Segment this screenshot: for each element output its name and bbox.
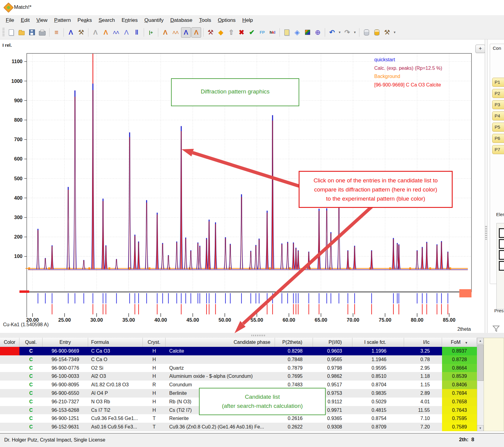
dropdown-arrow-icon[interactable]: ▼ [338, 28, 342, 37]
column-header-cryst[interactable]: Cryst. [143, 338, 166, 347]
cell-qual: C [19, 347, 43, 355]
select-entry-icon[interactable]: ✔ [247, 27, 257, 38]
menu-item-view[interactable]: View [33, 16, 51, 25]
menu-item-peaks[interactable]: Peaks [74, 16, 95, 25]
menu-item-quantify[interactable]: Quantify [141, 16, 167, 25]
phase-button-p3[interactable]: P3 [492, 100, 504, 109]
element-checkbox[interactable] [499, 261, 504, 271]
menu-item-edit[interactable]: Edit [17, 16, 33, 25]
vertical-splitter-handle[interactable] [485, 226, 487, 241]
structure-icon[interactable] [303, 27, 312, 38]
peak-search-icon[interactable]: Λ [66, 27, 76, 38]
dropdown-arrow-icon[interactable]: ▼ [393, 28, 397, 37]
tools-icon[interactable]: ⚒ [382, 27, 392, 38]
column-header-formula[interactable]: Formula [88, 338, 143, 347]
pattern-view-2-icon[interactable]: ΛΛ [171, 27, 180, 38]
database-icon[interactable] [362, 27, 371, 38]
cell-entry: 96-900-6550 [43, 389, 88, 398]
column-header-iscale[interactable]: I scale fct. [352, 338, 404, 347]
raw-data-icon[interactable]: Λ [91, 27, 100, 38]
phase-button-p2[interactable]: P2 [492, 89, 504, 98]
background-icon[interactable]: Λ [101, 27, 111, 38]
menu-item-options[interactable]: Options [214, 16, 239, 25]
element-checkbox[interactable] [499, 239, 504, 249]
report-icon[interactable] [282, 27, 292, 38]
save-icon[interactable] [27, 27, 37, 38]
zoom-plus-button[interactable]: + [475, 45, 485, 53]
annotation-candidate-hint: Click on one of the entries in the candi… [299, 171, 453, 208]
redo-icon[interactable]: ↷ [342, 27, 352, 38]
license-status-text: Dr. Holger Putz, Crystal Impact, Single … [4, 437, 105, 443]
cell-color [0, 364, 19, 372]
menu-item-entries[interactable]: Entries [118, 16, 141, 25]
user-database-icon[interactable] [372, 27, 382, 38]
add-peak-icon[interactable]: |+ [146, 27, 156, 38]
column-header-qual[interactable]: Qual. [19, 338, 43, 347]
match-diamond-icon[interactable]: ◆ [216, 27, 226, 38]
toolbar-grip[interactable] [2, 28, 5, 37]
cell-qual: C [19, 423, 43, 431]
phase-button-p1[interactable]: P1 [492, 78, 504, 87]
dropdown-arrow-icon[interactable]: ▼ [353, 28, 357, 37]
table-row-96-152-9631[interactable]: C96-152-9631As0.16 Cu9.56 Fe3...TCu9.36 … [0, 423, 477, 431]
peak-edit-icon[interactable]: ⚒ [76, 27, 86, 38]
cell-fom: 0.7595 [442, 414, 477, 423]
promote-icon[interactable]: ⇧ [226, 27, 236, 38]
column-header-phase[interactable]: Candidate phase [166, 338, 275, 347]
cell-p2theta: 0.7879 [275, 364, 313, 372]
cell-formula: C Ca O [88, 355, 143, 364]
menu-item-pattern[interactable]: Pattern [51, 16, 74, 25]
cell-qual: C [19, 355, 43, 364]
sphere-icon[interactable]: ⊕ [313, 27, 323, 38]
phase-button-p4[interactable]: P4 [492, 111, 504, 120]
column-header-color[interactable]: Color [0, 338, 19, 347]
horizontal-splitter-handle[interactable] [252, 335, 266, 336]
filter-funnel-icon[interactable] [492, 325, 500, 333]
search-settings-icon[interactable]: ⚒ [206, 27, 215, 38]
scroll-up-button[interactable]: ▲ [477, 338, 484, 344]
column-header-iic[interactable]: I/Ic [404, 338, 442, 347]
undo-icon[interactable]: ↶ [327, 27, 337, 38]
element-checkbox[interactable] [499, 228, 504, 238]
fp-icon[interactable]: FP [257, 27, 267, 38]
menu-item-help[interactable]: Help [239, 16, 256, 25]
phase-button-p7[interactable]: P7 [492, 145, 504, 154]
column-header-p2theta[interactable]: P(2theta) [275, 338, 313, 347]
new-file-icon[interactable] [6, 27, 16, 38]
cell-formula: Al1.82 Cr0.18 O3 [88, 381, 143, 389]
pattern-view-3-icon[interactable]: Λ [181, 27, 191, 38]
crystal-icon[interactable]: ◈ [292, 27, 302, 38]
column-header-pii0[interactable]: P(I/I0) [313, 338, 352, 347]
column-header-fom[interactable]: FoM▼ [442, 338, 477, 347]
cell-p2theta: 0.7848 [275, 355, 313, 364]
menu-item-file[interactable]: File [2, 16, 17, 25]
intensities-icon[interactable]: ‖ [132, 27, 142, 38]
print-icon[interactable] [37, 27, 47, 38]
table-row-96-100-0033[interactable]: C96-100-0033Al2 O3HAluminium oxide - $-a… [0, 372, 477, 381]
delete-entry-icon[interactable]: ✖ [237, 27, 246, 38]
cell-fom: 0.7694 [442, 389, 477, 398]
peak-list-icon[interactable]: ≡ [52, 27, 61, 38]
table-row-96-154-7349[interactable]: C96-154-7349C Ca OH0.78480.95651.19460.7… [0, 355, 477, 364]
scroll-down-button[interactable]: ▼ [477, 425, 484, 431]
cell-entry: 96-154-7349 [43, 355, 88, 364]
pattern-view-4-icon[interactable]: Λ [191, 27, 201, 38]
table-row-96-900-0776[interactable]: C96-900-0776O2 SiHQuartz0.78790.97980.95… [0, 364, 477, 372]
window-title: Match!* [14, 4, 32, 10]
menu-item-search[interactable]: Search [95, 16, 118, 25]
menu-item-tools[interactable]: Tools [196, 16, 214, 25]
scrollbar-thumb[interactable] [478, 344, 484, 381]
open-file-icon[interactable] [17, 27, 26, 38]
menu-item-database[interactable]: Database [167, 16, 196, 25]
table-row-96-900-9669[interactable]: C96-900-9669C Ca O3HCalcite0.82980.96031… [0, 347, 477, 355]
phase-button-p6[interactable]: P6 [492, 134, 504, 143]
pattern-view-1-icon[interactable]: Λ [160, 27, 170, 38]
sort-indicator-icon: ▼ [465, 341, 468, 344]
column-header-entry[interactable]: Entry [43, 338, 88, 347]
phase-button-p5[interactable]: P5 [492, 123, 504, 132]
minor-peaks-icon[interactable]: Λ [122, 27, 131, 38]
profile-fit-icon[interactable]: ΛΛ [111, 27, 121, 38]
hkl-icon[interactable]: hkl [268, 27, 277, 38]
table-row-96-900-1251[interactable]: C96-900-1251Cu9.36 Fe3.56 Ge1...TRenieri… [0, 414, 477, 423]
element-checkbox[interactable] [499, 250, 504, 260]
